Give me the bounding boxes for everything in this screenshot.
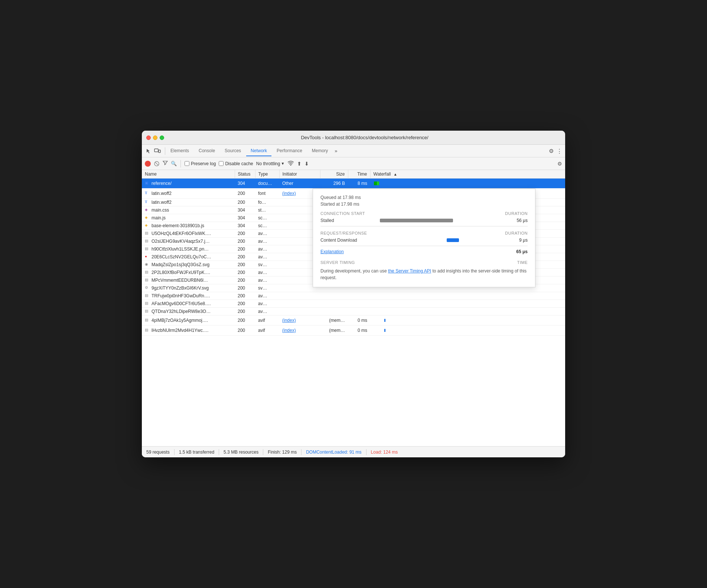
filter-icon[interactable] bbox=[163, 160, 168, 167]
minimize-button[interactable] bbox=[153, 135, 157, 140]
cell-waterfall bbox=[370, 308, 565, 316]
table-row[interactable]: ▤lHvzbNUlrm2Mvd4H1Ywc….200avif(index)(me… bbox=[142, 326, 565, 336]
separator bbox=[180, 160, 181, 167]
cell-status: 200 bbox=[235, 326, 255, 336]
cell-name: ◉MadqZslZpo1sj3qQ3GsZ.svg bbox=[142, 261, 235, 269]
tab-network[interactable]: Network bbox=[246, 146, 271, 156]
cell-initiator: (index) bbox=[279, 316, 320, 326]
download-icon[interactable]: ⬇ bbox=[304, 161, 309, 167]
divider2 bbox=[320, 246, 528, 246]
tab-elements[interactable]: Elements bbox=[166, 146, 193, 156]
table-row[interactable]: ▤TRFujw0pi0nHF3GwDuRn….200av… bbox=[142, 292, 565, 300]
initiator-link[interactable]: (index) bbox=[282, 328, 296, 333]
cursor-icon[interactable] bbox=[145, 147, 152, 155]
file-type-icon: ▤ bbox=[145, 278, 150, 283]
file-type-icon: ▤ bbox=[145, 293, 150, 298]
separator bbox=[366, 449, 366, 455]
cell-status: 200 bbox=[235, 189, 255, 199]
tab-console[interactable]: Console bbox=[194, 146, 219, 156]
svg-point-4 bbox=[290, 165, 291, 166]
stalled-bar bbox=[380, 219, 453, 222]
cell-type: av… bbox=[255, 253, 279, 261]
cell-initiator bbox=[279, 300, 320, 308]
download-bar bbox=[447, 238, 459, 242]
disable-cache-input[interactable] bbox=[219, 161, 224, 166]
cell-initiator: (index) bbox=[279, 326, 320, 336]
cell-waterfall bbox=[370, 316, 565, 326]
table-row[interactable]: ▣reference/304docu…Other296 B8 ms bbox=[142, 179, 565, 189]
col-header-waterfall[interactable]: Waterfall ▲ bbox=[370, 170, 565, 179]
cell-type: av… bbox=[255, 269, 279, 277]
preserve-log-checkbox[interactable]: Preserve log bbox=[185, 161, 216, 166]
network-settings-icon[interactable]: ⚙ bbox=[557, 161, 562, 167]
device-toggle-icon[interactable] bbox=[154, 147, 161, 155]
col-header-time[interactable]: Time bbox=[348, 170, 370, 179]
file-type-icon: ▣ bbox=[145, 181, 150, 186]
total-row: Explanation 65 μs bbox=[320, 249, 528, 254]
file-type-icon: 𝐓 bbox=[145, 191, 150, 196]
explanation-link[interactable]: Explanation bbox=[320, 249, 344, 254]
table-row[interactable]: ▤QTDnaY32hLDipeRW8e3O…200av… bbox=[142, 308, 565, 316]
file-type-icon: ▤ bbox=[145, 328, 150, 333]
cell-status: 200 bbox=[235, 300, 255, 308]
tab-memory[interactable]: Memory bbox=[307, 146, 332, 156]
divider bbox=[320, 226, 528, 226]
search-icon[interactable]: 🔍 bbox=[171, 161, 177, 166]
maximize-button[interactable] bbox=[160, 135, 164, 140]
close-button[interactable] bbox=[146, 135, 151, 140]
initiator-link[interactable]: (index) bbox=[282, 318, 296, 323]
file-type-icon: ◈ bbox=[145, 208, 150, 213]
cell-size bbox=[320, 308, 348, 316]
throttle-dropdown[interactable]: No throttling ▼ bbox=[256, 161, 285, 166]
waterfall-bar-container bbox=[373, 180, 562, 187]
cell-status: 304 bbox=[235, 222, 255, 230]
traffic-lights bbox=[146, 135, 164, 140]
cell-name: ▤O2slJEHG9avKV4aqzSx7.j… bbox=[142, 238, 235, 245]
cell-status: 304 bbox=[235, 179, 255, 189]
cell-initiator bbox=[279, 308, 320, 316]
sort-arrow: ▲ bbox=[394, 172, 397, 176]
cell-initiator: Other bbox=[279, 179, 320, 189]
cell-type: sc… bbox=[255, 214, 279, 222]
tab-sources[interactable]: Sources bbox=[220, 146, 245, 156]
disable-cache-checkbox[interactable]: Disable cache bbox=[219, 161, 253, 166]
file-type-icon: ◈ bbox=[145, 223, 150, 228]
cell-type: av… bbox=[255, 300, 279, 308]
cell-type: av… bbox=[255, 308, 279, 316]
col-header-size[interactable]: Size bbox=[320, 170, 348, 179]
record-button[interactable] bbox=[145, 161, 151, 167]
server-timing-api-link[interactable]: the Server Timing API bbox=[388, 268, 431, 274]
tab-performance[interactable]: Performance bbox=[272, 146, 307, 156]
cell-name: ▤lHvzbNUlrm2Mvd4H1Ywc…. bbox=[142, 326, 235, 336]
cell-waterfall bbox=[370, 326, 565, 336]
settings-icon[interactable]: ⚙ bbox=[549, 148, 554, 154]
col-header-initiator[interactable]: Initiator bbox=[279, 170, 320, 179]
resources-size: 5.3 MB resources bbox=[224, 450, 258, 455]
col-header-type[interactable]: Type bbox=[255, 170, 279, 179]
content-download-row: Content Download 9 μs bbox=[320, 238, 528, 243]
cell-type: av… bbox=[255, 230, 279, 238]
separator bbox=[263, 449, 263, 455]
queued-at-row: Queued at 17.98 ms bbox=[320, 195, 528, 200]
cell-name: ▤MPcVmmemtEEDURBN6l… bbox=[142, 277, 235, 284]
table-container: Name Status Type Initiator Size Time Wat… bbox=[142, 170, 565, 446]
window-title: DevTools - localhost:8080/docs/devtools/… bbox=[169, 135, 561, 140]
col-header-name[interactable]: Name bbox=[142, 170, 235, 179]
col-header-status[interactable]: Status bbox=[235, 170, 255, 179]
file-type-icon: ◉ bbox=[145, 262, 150, 267]
more-tabs-icon[interactable]: » bbox=[335, 148, 337, 154]
more-options-icon[interactable]: ⋮ bbox=[557, 148, 562, 154]
separator bbox=[219, 449, 219, 455]
title-bar: DevTools - localhost:8080/docs/devtools/… bbox=[142, 131, 565, 145]
clear-button[interactable] bbox=[154, 161, 160, 167]
requests-count: 59 requests bbox=[146, 450, 170, 455]
table-row[interactable]: ▤AFacMOgv6D0CFTr6U5e8….200av… bbox=[142, 300, 565, 308]
cell-time: 8 ms bbox=[348, 179, 370, 189]
file-type-icon: ▤ bbox=[145, 318, 150, 323]
cell-status: 304 bbox=[235, 206, 255, 214]
initiator-link[interactable]: (index) bbox=[282, 191, 296, 196]
table-row[interactable]: ▤4pIMBj7zOAk1y5Agmmoj….200avif(index)(me… bbox=[142, 316, 565, 326]
upload-icon[interactable]: ⬆ bbox=[297, 161, 302, 167]
preserve-log-input[interactable] bbox=[185, 161, 189, 166]
cell-type: av… bbox=[255, 277, 279, 284]
